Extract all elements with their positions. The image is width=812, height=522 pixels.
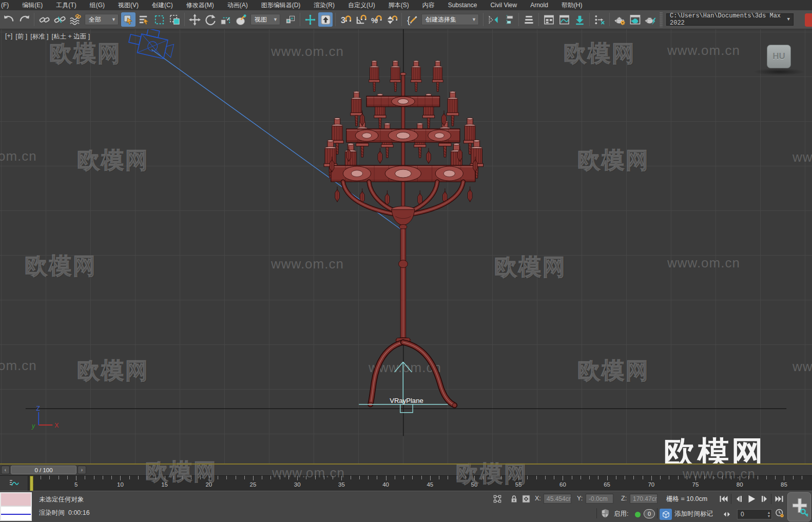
- mini-curve-editor-button[interactable]: [0, 476, 28, 491]
- material-editor-icon[interactable]: [592, 12, 607, 27]
- selection-filter-dropdown[interactable]: 全部▼: [85, 14, 119, 25]
- time-slider[interactable]: 0 / 100: [11, 466, 76, 474]
- menu-item-9[interactable]: 渲染(R): [307, 0, 341, 10]
- menu-item-16[interactable]: 帮助(H): [555, 0, 589, 10]
- edit-selection-sets-icon[interactable]: [404, 12, 419, 27]
- add-time-tag[interactable]: 添加时间标记: [674, 510, 713, 518]
- named-selection-dropdown[interactable]: 创建选择集▼: [421, 14, 479, 25]
- viewport-front[interactable]: 欧模网www.om.cn欧模网www.om.cnom.cn欧模网欧模网www欧模…: [0, 29, 812, 463]
- snap-3d-icon[interactable]: [338, 12, 353, 27]
- schematic-view-icon[interactable]: [572, 12, 587, 27]
- undo-icon[interactable]: [2, 12, 16, 27]
- ruler-tick: [386, 476, 386, 480]
- play-button[interactable]: [745, 493, 758, 505]
- status-bar: 未选定任何对象 渲染时间 0:00:16 X: 45.454cm Y: -0.0…: [0, 491, 812, 522]
- key-mode-button[interactable]: [721, 508, 733, 520]
- render-production-icon[interactable]: [643, 12, 658, 27]
- toolbar-overflow-icon[interactable]: [805, 13, 812, 27]
- layer-explorer-icon[interactable]: [542, 12, 556, 27]
- viewport-label-part-3[interactable]: [粘土 + 边面 ]: [52, 32, 90, 41]
- bind-spacewarp-icon[interactable]: [68, 12, 82, 27]
- scene-explorer-icon[interactable]: [521, 12, 536, 27]
- go-to-end-button[interactable]: [773, 493, 785, 505]
- time-slider-next-button[interactable]: ›: [78, 466, 86, 474]
- select-by-name-icon[interactable]: [137, 12, 151, 27]
- track-bar[interactable]: 0510152025303540455055606570758085: [0, 475, 812, 491]
- render-setup-icon[interactable]: [612, 12, 627, 27]
- menu-item-13[interactable]: Substance: [441, 0, 484, 10]
- mirror-icon[interactable]: [486, 12, 500, 27]
- menu-item-2[interactable]: 工具(T): [49, 0, 83, 10]
- selection-lock-icon[interactable]: [508, 494, 519, 504]
- viewport-label-part-0[interactable]: [+]: [5, 32, 12, 41]
- z-coord-field[interactable]: 170.47cm: [630, 494, 658, 504]
- use-pivot-center-icon[interactable]: [283, 12, 297, 27]
- toolbar-separator: [335, 13, 336, 26]
- ruler-tick: [359, 476, 360, 479]
- ruler-tick: [297, 476, 298, 480]
- time-config-icon[interactable]: [774, 508, 785, 518]
- ruler-tick: [474, 476, 475, 480]
- chevron-down-icon: ▼: [787, 17, 790, 22]
- previous-frame-button[interactable]: [733, 493, 745, 505]
- isolate-selection-icon[interactable]: [660, 509, 672, 520]
- grid-size-label: 栅格 = 10.0cm: [666, 495, 707, 504]
- keyboard-override-icon[interactable]: [318, 12, 333, 27]
- spinner-snap-icon[interactable]: [384, 12, 399, 27]
- next-frame-button[interactable]: [758, 493, 770, 505]
- y-coord-field[interactable]: -0.0cm: [586, 494, 613, 504]
- ref-coordinate-dropdown[interactable]: 视图▼: [250, 14, 280, 25]
- menu-item-8[interactable]: 图形编辑器(D): [255, 0, 307, 10]
- select-move-icon[interactable]: [187, 12, 202, 27]
- project-folder-dropdown[interactable]: C:\Users\Han\Documents\3ds Max 2022▼: [666, 13, 794, 26]
- x-coord-field[interactable]: 45.454cm: [544, 494, 571, 504]
- menu-item-6[interactable]: 修改器(M): [180, 0, 221, 10]
- selection-region-icon[interactable]: [152, 12, 166, 27]
- security-shield-icon[interactable]: [600, 508, 611, 518]
- current-frame-marker[interactable]: [30, 476, 33, 491]
- menu-item-10[interactable]: 自定义(U): [341, 0, 382, 10]
- ruler-tick: [395, 476, 395, 479]
- frame-spinner[interactable]: ▲▼: [766, 509, 772, 519]
- select-scale-icon[interactable]: [218, 12, 233, 27]
- angle-snap-icon[interactable]: [354, 12, 368, 27]
- menu-item-3[interactable]: 组(G): [83, 0, 111, 10]
- candle: [369, 61, 380, 92]
- select-object-icon[interactable]: [121, 12, 136, 27]
- menu-item-4[interactable]: 视图(V): [111, 0, 145, 10]
- tier-ring: [346, 129, 460, 142]
- camera-object[interactable]: [127, 29, 176, 60]
- menu-item-5[interactable]: 创建(C): [145, 0, 180, 10]
- zero-button[interactable]: 0: [644, 509, 655, 518]
- set-key-button[interactable]: [787, 492, 811, 521]
- ruler-tick: [129, 476, 130, 479]
- menu-item-7[interactable]: 动画(A): [221, 0, 255, 10]
- select-rotate-icon[interactable]: [203, 12, 217, 27]
- toolbar-drag-handle[interactable]: [660, 12, 663, 27]
- select-place-icon[interactable]: [234, 12, 248, 27]
- viewport-label-part-2[interactable]: [标准 ]: [30, 32, 48, 41]
- menu-item-15[interactable]: Arnold: [524, 0, 555, 10]
- menu-item-11[interactable]: 脚本(S): [382, 0, 416, 10]
- go-to-start-button[interactable]: [718, 493, 730, 505]
- mini-listener[interactable]: [0, 492, 32, 521]
- transform-typein-icon[interactable]: [492, 494, 503, 504]
- menu-item-0[interactable]: (F): [0, 0, 15, 10]
- ruler-tick: [270, 476, 271, 479]
- redo-icon[interactable]: [17, 12, 31, 27]
- menu-item-14[interactable]: Civil View: [484, 0, 524, 10]
- render-frame-icon[interactable]: [628, 12, 642, 27]
- select-manipulate-icon[interactable]: [303, 12, 317, 27]
- unlink-icon[interactable]: [52, 12, 67, 27]
- window-crossing-icon[interactable]: [167, 12, 182, 27]
- align-icon[interactable]: [501, 12, 516, 27]
- viewport-label-part-1[interactable]: [前 ]: [15, 32, 27, 41]
- link-icon[interactable]: [37, 12, 51, 27]
- curve-editor-icon[interactable]: [557, 12, 571, 27]
- percent-snap-icon[interactable]: [369, 12, 383, 27]
- menu-item-12[interactable]: 内容: [416, 0, 441, 10]
- absolute-mode-icon[interactable]: [520, 494, 532, 504]
- menu-item-1[interactable]: 编辑(E): [15, 0, 49, 10]
- time-slider-prev-button[interactable]: ‹: [1, 466, 10, 474]
- candle: [432, 61, 443, 92]
